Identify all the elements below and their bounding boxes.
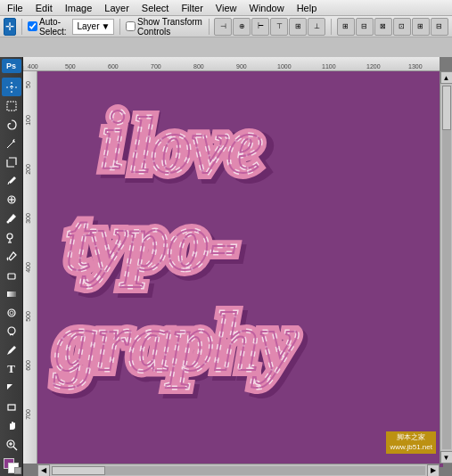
svg-point-9 [6, 221, 9, 224]
dist-middle-icon[interactable]: ⊞ [412, 18, 430, 36]
history-brush-btn[interactable] [2, 248, 21, 266]
menu-file[interactable]: File [2, 2, 29, 14]
toolbar: ✛ Auto-Select: Layer ▼ Show Transform Co… [0, 16, 452, 37]
svg-text:1200: 1200 [366, 63, 381, 70]
svg-line-1 [7, 142, 13, 148]
menu-window[interactable]: Window [244, 2, 290, 14]
v-scrollbar[interactable]: ▲ ▼ [440, 71, 452, 464]
h-scroll-right-btn[interactable]: ▶ [427, 464, 440, 477]
shape-btn[interactable] [2, 398, 21, 416]
menu-select[interactable]: Select [136, 2, 175, 14]
align-bottom-icon[interactable]: ⊥ [308, 18, 325, 36]
ruler-svg: 400 500 600 700 800 900 1000 1100 1200 1… [23, 57, 440, 71]
svg-text:500: 500 [25, 311, 31, 322]
h-scroll-thumb[interactable] [52, 466, 105, 475]
clone-stamp-btn[interactable] [2, 228, 21, 246]
menu-edit[interactable]: Edit [30, 2, 58, 14]
svg-text:900: 900 [236, 63, 247, 70]
dist-center-icon[interactable]: ⊟ [356, 18, 374, 36]
align-top-icon[interactable]: ⊤ [270, 18, 288, 36]
svg-text:600: 600 [108, 63, 119, 70]
svg-text:100: 100 [25, 115, 31, 126]
show-transform-checkbox[interactable] [126, 21, 136, 31]
candy-text-svg: .candy-text { fill: none; stroke-width: … [37, 71, 443, 467]
magic-wand-btn[interactable] [2, 135, 21, 152]
toolbar-sep-4 [331, 19, 332, 35]
blur-btn[interactable] [2, 304, 21, 322]
left-tool-panel: Ps [0, 57, 23, 476]
auto-select-label: Auto-Select: [28, 17, 69, 37]
svg-text:700: 700 [151, 63, 161, 70]
auto-select-checkbox[interactable] [28, 21, 37, 31]
watermark: 脚本之家 www.jb51.net [386, 431, 436, 454]
eraser-btn[interactable] [2, 267, 21, 284]
svg-text:1300: 1300 [408, 63, 423, 70]
canvas-container: 400 500 600 700 800 900 1000 1100 1200 1… [23, 57, 452, 476]
svg-text:love: love [130, 102, 262, 189]
healing-brush-btn[interactable] [2, 191, 21, 209]
marquee-tool-btn[interactable] [2, 97, 21, 115]
show-transform-label: Show Transform Controls [126, 17, 203, 37]
svg-line-5 [8, 182, 9, 185]
lasso-tool-btn[interactable] [2, 116, 21, 134]
svg-point-16 [10, 311, 13, 315]
align-left-icon[interactable]: ⊣ [214, 18, 232, 36]
canvas: .candy-text { fill: none; stroke-width: … [37, 71, 443, 467]
dist-right-icon[interactable]: ⊠ [374, 18, 392, 36]
svg-text:i: i [102, 94, 125, 186]
menu-layer[interactable]: Layer [99, 2, 135, 14]
type-btn[interactable]: T [2, 360, 21, 378]
foreground-bg-btn[interactable] [2, 456, 21, 474]
v-scroll-thumb[interactable] [442, 86, 451, 130]
svg-text:700: 700 [25, 409, 31, 420]
svg-text:1000: 1000 [277, 63, 292, 70]
v-scroll-up-btn[interactable]: ▲ [440, 71, 453, 84]
layer-dropdown[interactable]: Layer ▼ [72, 19, 114, 35]
move-tool-btn[interactable] [2, 78, 21, 95]
svg-text:300: 300 [25, 213, 31, 224]
ps-logo: Ps [2, 59, 21, 73]
h-scroll-left-btn[interactable]: ◀ [37, 464, 50, 477]
menu-help[interactable]: Help [292, 2, 323, 14]
zoom-btn[interactable] [2, 436, 21, 454]
top-ruler: 400 500 600 700 800 900 1000 1100 1200 1… [23, 57, 440, 71]
gradient-btn[interactable] [2, 285, 21, 303]
align-right-icon[interactable]: ⊢ [251, 18, 269, 36]
menu-bar: File Edit Image Layer Select Filter View… [0, 0, 452, 16]
dodge-btn[interactable] [2, 323, 21, 341]
svg-point-15 [8, 309, 15, 316]
left-ruler-svg: 50 100 200 300 400 500 600 700 [23, 71, 37, 464]
dist-bottom-icon[interactable]: ⊟ [431, 18, 448, 36]
dist-left-icon[interactable]: ⊞ [337, 18, 355, 36]
v-scroll-down-btn[interactable]: ▼ [440, 451, 453, 464]
svg-text:500: 500 [65, 63, 76, 70]
eyedropper-btn[interactable] [2, 172, 21, 190]
svg-rect-20 [8, 405, 15, 410]
svg-text:200: 200 [25, 164, 31, 175]
svg-line-22 [13, 447, 17, 450]
svg-rect-0 [7, 102, 16, 111]
main-area: Ps [0, 57, 452, 476]
hand-btn[interactable] [2, 417, 21, 435]
h-scrollbar[interactable]: ◀ ▶ [37, 464, 440, 476]
brush-tool-btn[interactable] [2, 209, 21, 227]
menu-filter[interactable]: Filter [176, 2, 208, 14]
crop-tool-btn[interactable] [2, 153, 21, 171]
menu-view[interactable]: View [210, 2, 242, 14]
svg-text:800: 800 [193, 63, 204, 70]
h-scroll-track [52, 466, 425, 475]
pen-btn[interactable] [2, 341, 21, 359]
path-select-btn[interactable] [2, 379, 21, 397]
dist-top-icon[interactable]: ⊡ [393, 18, 411, 36]
dropdown-arrow-icon: ▼ [101, 21, 110, 31]
toolbar-sep-3 [209, 19, 210, 35]
toolbar-sep-2 [119, 19, 120, 35]
align-center-icon[interactable]: ⊕ [233, 18, 251, 36]
svg-text:400: 400 [28, 63, 38, 70]
align-middle-icon[interactable]: ⊞ [289, 18, 307, 36]
align-icons-group: ⊣ ⊕ ⊢ ⊤ ⊞ ⊥ [214, 18, 325, 36]
move-tool-icon[interactable]: ✛ [4, 18, 16, 36]
menu-image[interactable]: Image [60, 2, 98, 14]
svg-text:50: 50 [25, 81, 31, 88]
left-ruler: 50 100 200 300 400 500 600 700 [23, 71, 37, 464]
